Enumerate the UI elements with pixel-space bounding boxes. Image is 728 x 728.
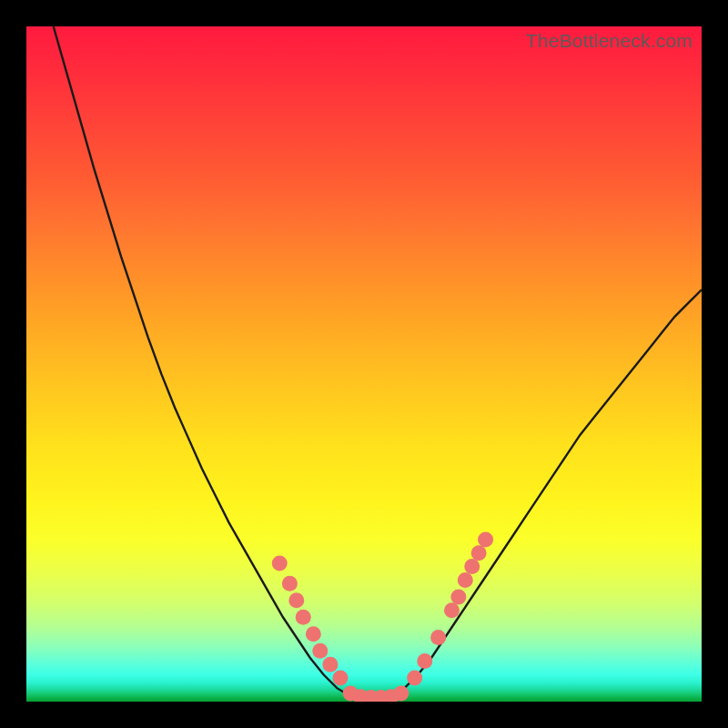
data-marker [407, 671, 422, 686]
data-marker [393, 686, 409, 702]
data-marker [306, 626, 321, 642]
data-marker [333, 671, 349, 686]
data-marker [417, 653, 432, 669]
data-marker [272, 555, 288, 571]
data-marker [282, 576, 298, 592]
data-marker [430, 630, 446, 645]
data-marker [444, 602, 460, 618]
data-marker [296, 610, 311, 625]
data-marker [471, 545, 487, 561]
data-marker [464, 559, 480, 574]
chart-frame: TheBottleneck.com [0, 0, 728, 728]
data-marker [312, 643, 328, 659]
data-marker [322, 657, 338, 672]
data-marker [458, 572, 473, 588]
watermark-text: TheBottleneck.com [526, 30, 693, 52]
bottleneck-curve [54, 26, 702, 698]
chart-svg [26, 26, 702, 702]
data-marker [288, 592, 304, 608]
data-marker [450, 589, 466, 604]
plot-area: TheBottleneck.com [26, 26, 702, 702]
data-marker [478, 531, 493, 547]
